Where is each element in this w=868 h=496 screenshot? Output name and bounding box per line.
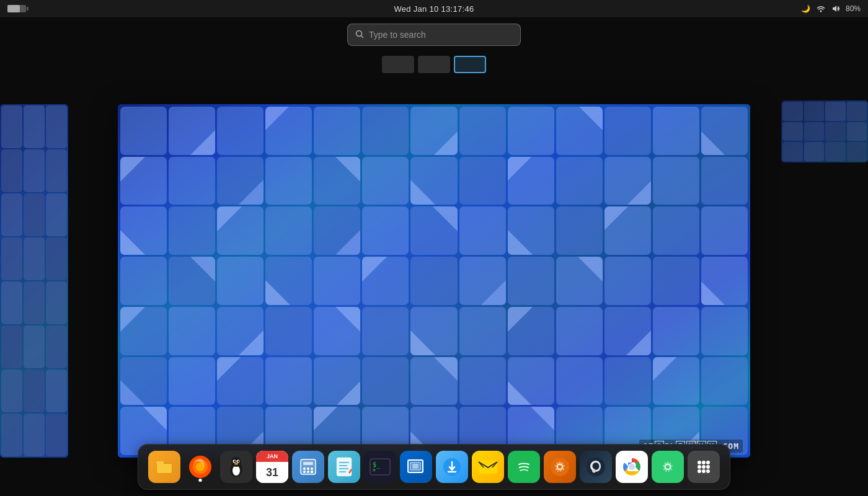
battery-percent-text: 80% (846, 4, 861, 13)
svg-point-16 (234, 463, 238, 465)
window-thumb-right[interactable] (781, 100, 868, 162)
dock-item-mail[interactable] (472, 451, 504, 483)
top-bar: Wed Jan 10 13:17:46 🌙 80% (0, 0, 868, 17)
dock-item-settings[interactable] (544, 451, 576, 483)
workspace-1[interactable] (382, 56, 414, 73)
svg-point-43 (587, 458, 605, 476)
night-mode-icon[interactable]: 🌙 (801, 4, 811, 14)
search-placeholder-text: Type to search (369, 30, 426, 40)
workspace-2[interactable] (418, 56, 450, 73)
svg-point-42 (558, 465, 562, 469)
dock-item-terminal[interactable]: $_ > (364, 451, 396, 483)
svg-point-58 (702, 469, 706, 473)
dock-item-notes[interactable] (328, 451, 360, 483)
overview-area: Type to search (0, 17, 868, 496)
dock-item-files[interactable] (148, 451, 180, 483)
firefox-badge (199, 479, 202, 482)
svg-rect-25 (337, 458, 352, 476)
top-bar-left (7, 5, 26, 12)
svg-point-54 (698, 465, 701, 469)
svg-point-52 (702, 461, 706, 464)
svg-point-20 (307, 467, 309, 470)
dock-item-sysprefs[interactable] (652, 451, 684, 483)
dock-item-virtualbox[interactable] (400, 451, 432, 483)
dock-item-store[interactable] (436, 451, 468, 483)
svg-line-2 (361, 35, 364, 38)
svg-point-47 (629, 464, 635, 470)
svg-point-59 (706, 469, 710, 473)
svg-point-44 (592, 469, 596, 473)
network-icon[interactable] (816, 4, 826, 14)
svg-point-57 (698, 469, 701, 473)
battery-fill (7, 5, 20, 12)
dock-item-calculator[interactable] (292, 451, 324, 483)
svg-point-50 (666, 465, 670, 469)
dock-item-firefox[interactable] (184, 451, 216, 483)
svg-point-56 (706, 465, 710, 469)
windows-area: 9TO5LINUX.COM (0, 82, 868, 480)
svg-point-51 (698, 461, 701, 464)
top-bar-right: 🌙 80% (801, 4, 861, 14)
svg-point-15 (237, 461, 239, 463)
search-container: Type to search (347, 24, 521, 46)
svg-rect-5 (157, 464, 172, 473)
svg-point-53 (706, 461, 710, 464)
svg-rect-18 (303, 462, 313, 465)
dock-item-chromium[interactable] (616, 451, 648, 483)
svg-point-14 (234, 461, 236, 463)
svg-point-10 (232, 466, 240, 476)
dock-item-appgrid[interactable] (688, 451, 720, 483)
dock: JAN 31 $_ > (138, 444, 730, 490)
svg-point-23 (307, 471, 309, 473)
volume-icon[interactable] (831, 4, 841, 14)
dock-item-weechat[interactable] (220, 451, 252, 483)
dock-item-calendar[interactable]: JAN 31 (256, 451, 288, 483)
svg-point-21 (311, 467, 313, 470)
workspace-3[interactable] (454, 56, 486, 73)
svg-point-19 (303, 467, 306, 470)
dock-item-steam[interactable] (580, 451, 612, 483)
svg-point-22 (303, 471, 306, 473)
svg-point-55 (702, 465, 706, 469)
svg-rect-24 (311, 471, 313, 473)
search-icon (355, 30, 364, 40)
window-thumb-main[interactable]: 9TO5LINUX.COM (118, 104, 750, 458)
battery-indicator (7, 5, 26, 12)
svg-point-0 (820, 11, 822, 12)
svg-text:>: > (373, 467, 376, 473)
datetime-display: Wed Jan 10 13:17:46 (394, 4, 474, 14)
window-thumb-left[interactable] (0, 104, 68, 458)
search-bar[interactable]: Type to search (347, 24, 521, 46)
svg-point-11 (231, 457, 241, 467)
workspace-switcher (382, 56, 486, 73)
svg-point-1 (356, 30, 362, 36)
dock-item-spotify[interactable] (508, 451, 540, 483)
svg-rect-35 (412, 464, 418, 469)
